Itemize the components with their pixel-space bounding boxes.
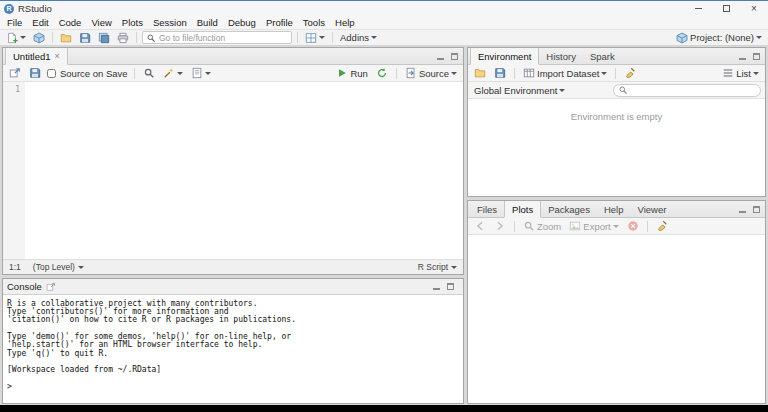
search-icon bbox=[146, 33, 156, 43]
compile-report-button[interactable] bbox=[189, 66, 213, 81]
save-all-button[interactable] bbox=[96, 30, 112, 45]
menu-file[interactable]: File bbox=[2, 16, 27, 29]
project-cube-icon bbox=[676, 32, 688, 44]
tab-packages[interactable]: Packages bbox=[541, 201, 597, 217]
source-label: Source bbox=[419, 68, 449, 79]
next-plot-button[interactable] bbox=[492, 219, 508, 234]
load-workspace-button[interactable] bbox=[472, 66, 488, 81]
remove-circle-icon bbox=[627, 220, 639, 232]
tab-history[interactable]: History bbox=[539, 48, 583, 64]
zoom-plot-button[interactable]: Zoom bbox=[521, 219, 563, 234]
minimize-pane-icon[interactable] bbox=[430, 281, 442, 293]
save-workspace-button[interactable] bbox=[492, 66, 508, 81]
source-on-save-checkbox[interactable] bbox=[47, 69, 56, 78]
source-button[interactable]: Source bbox=[403, 66, 459, 81]
rerun-button[interactable] bbox=[374, 66, 390, 81]
tab-files[interactable]: Files bbox=[470, 201, 504, 217]
tab-untitled1[interactable]: Untitled1 × bbox=[5, 48, 68, 65]
minimize-window-button[interactable] bbox=[684, 1, 712, 16]
export-plot-button[interactable]: Export bbox=[567, 219, 620, 234]
open-in-new-window-button[interactable] bbox=[7, 66, 23, 81]
console-output[interactable]: You are welcome to redistribute it under… bbox=[3, 295, 463, 403]
import-dataset-button[interactable]: Import Dataset bbox=[521, 66, 609, 81]
zoom-label: Zoom bbox=[537, 221, 561, 232]
menu-debug[interactable]: Debug bbox=[223, 16, 261, 29]
previous-plot-button[interactable] bbox=[472, 219, 488, 234]
menu-tools[interactable]: Tools bbox=[298, 16, 330, 29]
maximize-pane-icon[interactable] bbox=[448, 50, 460, 62]
files-tabbar: Files Plots Packages Help Viewer bbox=[468, 201, 765, 218]
scope-selector[interactable]: (Top Level) bbox=[33, 262, 84, 272]
find-replace-button[interactable] bbox=[141, 66, 157, 81]
filetype-label: R Script bbox=[418, 262, 448, 272]
run-button[interactable]: Run bbox=[334, 66, 369, 81]
source-statusbar: 1:1 (Top Level) R Script bbox=[3, 259, 463, 274]
save-icon bbox=[29, 67, 41, 79]
taskbar-strip bbox=[0, 405, 768, 412]
maximize-window-button[interactable] bbox=[712, 1, 740, 16]
console-line bbox=[7, 374, 459, 382]
tab-viewer[interactable]: Viewer bbox=[630, 201, 673, 217]
open-file-button[interactable] bbox=[58, 30, 74, 45]
files-pane: Files Plots Packages Help Viewer bbox=[467, 200, 766, 404]
code-tools-button[interactable] bbox=[161, 66, 185, 81]
environment-filterbar: Global Environment bbox=[468, 82, 765, 99]
menu-session[interactable]: Session bbox=[148, 16, 192, 29]
tab-environment[interactable]: Environment bbox=[470, 48, 539, 65]
chevron-down-icon bbox=[177, 72, 183, 75]
goto-file-input[interactable] bbox=[159, 32, 288, 43]
list-icon bbox=[722, 67, 734, 79]
editor-gutter: 1 bbox=[3, 82, 25, 259]
list-view-label: List bbox=[736, 68, 751, 79]
workspace-panes-button[interactable] bbox=[303, 30, 327, 45]
tab-label: Environment bbox=[478, 51, 531, 62]
tab-help[interactable]: Help bbox=[597, 201, 631, 217]
menu-help[interactable]: Help bbox=[330, 16, 360, 29]
print-button[interactable] bbox=[115, 30, 131, 45]
maximize-pane-icon[interactable] bbox=[444, 281, 456, 293]
menu-edit[interactable]: Edit bbox=[27, 16, 53, 29]
clear-all-plots-button[interactable] bbox=[654, 219, 670, 234]
list-view-button[interactable]: List bbox=[720, 66, 761, 81]
plots-body[interactable] bbox=[468, 235, 765, 403]
source-toolbar: Source on Save bbox=[3, 65, 463, 82]
menu-profile[interactable]: Profile bbox=[261, 16, 298, 29]
new-project-icon bbox=[33, 32, 45, 44]
popout-icon bbox=[9, 67, 21, 79]
toolbar-separator bbox=[647, 221, 648, 232]
editor-body[interactable] bbox=[25, 82, 463, 259]
goto-file-box bbox=[142, 31, 292, 44]
maximize-pane-icon[interactable] bbox=[750, 50, 762, 62]
popout-icon[interactable] bbox=[46, 282, 56, 292]
menu-view[interactable]: View bbox=[86, 16, 116, 29]
tab-label: History bbox=[546, 51, 576, 62]
menu-build[interactable]: Build bbox=[192, 16, 223, 29]
toolbar-separator bbox=[332, 32, 333, 43]
tab-close-icon[interactable]: × bbox=[55, 52, 60, 61]
chevron-down-icon bbox=[451, 266, 457, 269]
right-column: Environment History Spark bbox=[467, 47, 766, 404]
save-button[interactable] bbox=[77, 30, 93, 45]
minimize-pane-icon[interactable] bbox=[736, 203, 748, 215]
pane-controls bbox=[434, 48, 463, 64]
environment-scope-selector[interactable]: Global Environment bbox=[472, 83, 567, 98]
menu-plots[interactable]: Plots bbox=[117, 16, 148, 29]
maximize-pane-icon[interactable] bbox=[750, 203, 762, 215]
new-project-button[interactable] bbox=[31, 30, 47, 45]
close-window-button[interactable]: × bbox=[740, 1, 768, 16]
menu-code[interactable]: Code bbox=[54, 16, 87, 29]
new-file-button[interactable] bbox=[4, 30, 28, 45]
source-tabbar: Untitled1 × bbox=[3, 48, 463, 65]
project-menu-button[interactable]: Project: (None) bbox=[674, 30, 764, 45]
addins-button[interactable]: Addins bbox=[338, 30, 379, 45]
minimize-pane-icon[interactable] bbox=[434, 50, 446, 62]
remove-plot-button[interactable] bbox=[625, 219, 641, 234]
filetype-selector[interactable]: R Script bbox=[418, 262, 457, 272]
clear-environment-button[interactable] bbox=[622, 66, 638, 81]
minimize-pane-icon[interactable] bbox=[736, 50, 748, 62]
save-source-button[interactable] bbox=[27, 66, 43, 81]
tab-plots[interactable]: Plots bbox=[504, 201, 541, 218]
tab-spark[interactable]: Spark bbox=[583, 48, 622, 64]
print-icon bbox=[117, 32, 129, 44]
environment-search-input[interactable] bbox=[631, 85, 756, 96]
